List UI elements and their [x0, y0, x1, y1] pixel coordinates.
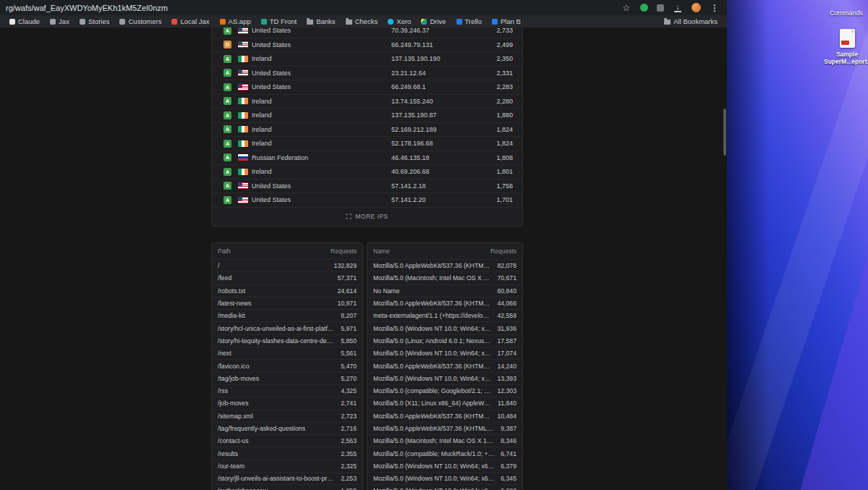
path-row[interactable]: /story/hcl-unica-unveiled-as-ai-first-pl… — [212, 321, 362, 334]
user-agent-row[interactable]: Mozilla/5.0 (compatible; MuckRack/1.0; +… — [367, 447, 522, 459]
ip-row[interactable]: A Ireland 40.69.206.68 1,801 — [212, 165, 522, 179]
bookmark-label: Customers — [128, 17, 161, 25]
bookmark-item[interactable]: AS.app — [215, 15, 256, 28]
path-row[interactable]: /our-team 2,325 — [212, 460, 362, 472]
profile-avatar[interactable] — [692, 3, 701, 12]
ip-row[interactable]: A Russian Federation 46.46.135.18 1,808 — [212, 151, 522, 166]
country-flag-icon — [238, 154, 248, 161]
path-row[interactable]: /contact-us 2,563 — [212, 434, 362, 447]
bookmark-item[interactable]: TD Front — [256, 15, 302, 28]
path-row[interactable]: /tag/frequently-asked-questions 2,716 — [212, 422, 362, 434]
country-flag-icon — [238, 56, 248, 62]
path-row[interactable]: /author/shannonw 1,850 — [212, 484, 362, 490]
bookmark-item[interactable]: Local Jax — [166, 15, 214, 28]
download-icon[interactable] — [673, 3, 683, 13]
path-row[interactable]: /tag/job-moves 5,270 — [212, 372, 362, 384]
ip-row[interactable]: A United States 23.21.12.64 2,331 — [212, 67, 522, 81]
path-row[interactable]: /story/hi-tequity-slashes-data-centre-de… — [212, 334, 362, 347]
ip-address: 57.141.2.20 — [391, 196, 469, 203]
path-row[interactable]: /latest-news 10,971 — [212, 297, 362, 309]
user-agent-row[interactable]: Mozilla/5.0 AppleWebKit/537.36 (KHTML, l… — [367, 359, 522, 371]
bookmark-item[interactable]: Stories — [75, 15, 115, 28]
bookmark-label: Banks — [316, 17, 335, 25]
ip-row[interactable]: A United States 57.141.2.20 1,701 — [212, 193, 522, 208]
user-agent-row[interactable]: meta-externalagent/1.1 (+https://develop… — [367, 309, 522, 321]
user-agent-row[interactable]: Mozilla/5.0 (Macintosh; Intel Mac OS X 1… — [367, 271, 522, 284]
ip-row[interactable]: A United States 66.249.68.1 2,283 — [212, 80, 522, 95]
user-agent-row[interactable]: Mozilla/5.0 (Windows NT 10.0; Win64; x64… — [367, 484, 522, 490]
bookmark-item[interactable]: Claude — [4, 15, 45, 28]
browser-menu-icon[interactable]: ⋮ — [710, 3, 720, 13]
bookmark-item[interactable]: Xero — [383, 15, 416, 28]
expand-icon — [346, 214, 352, 219]
bookmark-item[interactable]: Drive — [416, 15, 451, 28]
path-value: /our-team — [218, 462, 335, 470]
extension-icon[interactable] — [640, 4, 648, 12]
ip-row[interactable]: A Ireland 52.178.196.68 1,824 — [212, 137, 522, 151]
all-bookmarks-button[interactable]: All Bookmarks — [659, 15, 723, 28]
user-agent-row[interactable]: Mozilla/5.0 AppleWebKit/537.36 (KHTML, l… — [367, 422, 522, 434]
user-agent-row[interactable]: Mozilla/5.0 (Windows NT 10.0; Win64; x64… — [367, 372, 522, 384]
name-column-header: Name — [373, 248, 390, 255]
user-agent-value: Mozilla/5.0 AppleWebKit/537.36 (KHTML, l… — [373, 363, 491, 370]
user-agent-row[interactable]: Mozilla/5.0 (Windows NT 10.0; Win64; x64… — [367, 460, 522, 472]
bookmark-label: TD Front — [270, 17, 297, 25]
user-agent-row[interactable]: Mozilla/5.0 (Windows NT 10.0; Win64; x64… — [367, 472, 522, 484]
action-badge: A — [224, 182, 231, 190]
path-row[interactable]: /favicon.ico 5,470 — [212, 359, 362, 371]
request-count: 4,325 — [341, 387, 357, 394]
path-row[interactable]: /story/jll-unveils-ai-assistant-to-boost… — [212, 472, 362, 484]
ip-address: 52.178.196.68 — [391, 140, 469, 147]
path-row[interactable]: /rss 4,325 — [212, 384, 362, 397]
more-ips-button[interactable]: MORE IPS — [212, 208, 522, 226]
bookmark-item[interactable]: Trello — [451, 15, 487, 28]
path-row[interactable]: /job-moves 2,741 — [212, 397, 362, 409]
path-row[interactable]: /media-kit 8,207 — [212, 309, 362, 321]
request-count: 2,283 — [469, 83, 513, 90]
user-agent-row[interactable]: Mozilla/5.0 (Linux; Android 6.0.1; Nexus… — [367, 334, 522, 347]
action-badge: A — [224, 83, 231, 91]
user-agent-row[interactable]: Mozilla/5.0 (Macintosh; Intel Mac OS X 1… — [367, 434, 522, 447]
ip-row[interactable]: A United States 70.39.246.37 2,733 — [212, 28, 522, 38]
bookmark-item[interactable]: Plan B — [487, 15, 526, 28]
paths-panel: Path Requests / 132,829 /feed 57,371 /ro… — [211, 242, 363, 490]
path-row[interactable]: / 132,829 — [212, 259, 362, 271]
desktop-icon-commands[interactable]: Commands — [817, 9, 868, 17]
path-row[interactable]: /next 5,561 — [212, 347, 362, 359]
extensions-puzzle-icon[interactable] — [657, 4, 664, 12]
user-agent-row[interactable]: Mozilla/5.0 AppleWebKit/537.36 (KHTML, l… — [367, 410, 522, 422]
bookmark-item[interactable]: Jax — [45, 15, 75, 28]
bookmark-item[interactable]: Customers — [114, 15, 166, 28]
ip-row[interactable]: A Ireland 52.169.212.189 1,824 — [212, 123, 522, 138]
ip-row[interactable]: A Ireland 137.135.190.87 1,880 — [212, 109, 522, 123]
bookmark-item[interactable]: Checks — [341, 15, 383, 28]
user-agent-row[interactable]: Mozilla/5.0 (Windows NT 10.0; Win64; x64… — [367, 321, 522, 334]
path-value: /story/hcl-unica-unveiled-as-ai-first-pl… — [218, 325, 335, 332]
scrollbar[interactable] — [722, 28, 727, 490]
user-agent-row[interactable]: Mozilla/5.0 AppleWebKit/537.36 (KHTML, l… — [367, 259, 522, 271]
user-agent-row[interactable]: Mozilla/5.0 AppleWebKit/537.36 (KHTML, l… — [367, 297, 522, 309]
path-value: /results — [218, 450, 335, 457]
url-bar[interactable]: rg/wafs/waf_EayXWDYoMyEKh1kM5ZeI0nzm — [6, 4, 621, 12]
request-count: 5,270 — [341, 375, 357, 382]
user-agent-row[interactable]: Mozilla/5.0 (compatible; Googlebot/2.1; … — [367, 384, 522, 397]
ip-row[interactable]: A Ireland 13.74.155.240 2,280 — [212, 95, 522, 109]
bookmark-label: Checks — [355, 17, 378, 25]
path-row[interactable]: /sitemap.xml 2,723 — [212, 410, 362, 422]
user-agent-value: Mozilla/5.0 AppleWebKit/537.36 (KHTML, l… — [373, 425, 495, 432]
user-agent-row[interactable]: Mozilla/5.0 (X11; Linux x86_64) AppleWeb… — [367, 397, 522, 409]
path-row[interactable]: /feed 57,371 — [212, 271, 362, 284]
country-name: Ireland — [252, 140, 391, 147]
user-agent-row[interactable]: Mozilla/5.0 (Windows NT 10.0; Win64; x64… — [367, 347, 522, 359]
path-row[interactable]: /robots.txt 24,614 — [212, 284, 362, 297]
ip-row[interactable]: A United States 57.141.2.18 1,756 — [212, 179, 522, 194]
path-row[interactable]: /results 2,355 — [212, 447, 362, 459]
user-agent-row[interactable]: No Name 60,840 — [367, 284, 522, 297]
bookmark-star-icon[interactable]: ☆ — [621, 3, 631, 13]
bookmark-item[interactable]: Banks — [302, 15, 340, 28]
scrollbar-thumb[interactable] — [723, 109, 726, 156]
path-value: /latest-news — [218, 300, 331, 307]
desktop-icon-pdf[interactable]: Sample SuperM...eport.pdf — [824, 29, 868, 65]
ip-row[interactable]: D United States 66.249.79.131 2,499 — [212, 38, 522, 53]
ip-row[interactable]: A Ireland 137.135.190.190 2,350 — [212, 52, 522, 67]
